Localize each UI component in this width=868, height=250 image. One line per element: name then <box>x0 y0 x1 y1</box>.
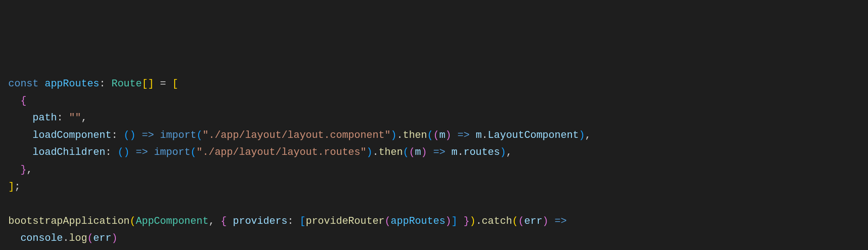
open-paren: ( <box>87 233 93 244</box>
open-paren: ( <box>518 216 524 227</box>
open-paren: ( <box>190 147 196 158</box>
prop-loadComponent: loadComponent <box>33 130 112 141</box>
comma: , <box>27 164 33 176</box>
obj-console: console <box>20 233 63 244</box>
arrow: => <box>433 147 445 158</box>
close-paren: ) <box>445 130 451 141</box>
colon: : <box>105 147 111 158</box>
open-paren: ( <box>433 130 439 141</box>
prop-routes: routes <box>463 147 500 158</box>
dot: . <box>372 147 378 158</box>
open-paren: ( <box>124 130 130 141</box>
method-then: then <box>403 130 427 141</box>
close-paren: ) <box>579 130 585 141</box>
colon: : <box>287 216 293 227</box>
keyword-import: import <box>154 147 190 158</box>
prop-providers: providers <box>233 216 288 227</box>
arg-err: err <box>93 233 112 244</box>
close-paren: ) <box>445 216 451 227</box>
open-brace: { <box>20 95 26 107</box>
method-catch: catch <box>482 216 512 227</box>
dot: . <box>457 147 463 158</box>
func-bootstrapApplication: bootstrapApplication <box>8 216 130 227</box>
keyword-import: import <box>160 130 196 141</box>
code-line-11: ); <box>8 247 860 250</box>
colon: : <box>99 78 105 90</box>
code-line-6: }, <box>8 161 860 178</box>
code-line-2: { <box>8 92 860 109</box>
close-paren: ) <box>391 130 397 141</box>
dot: . <box>397 130 403 141</box>
param-err: err <box>524 216 542 227</box>
variable-appRoutes: appRoutes <box>391 216 445 227</box>
close-paren: ) <box>124 147 130 158</box>
close-brace: } <box>20 164 26 176</box>
dot: . <box>482 130 488 141</box>
code-line-5: loadChildren: () => import("./app/layout… <box>8 144 860 161</box>
obj-m: m <box>476 130 482 141</box>
param-m: m <box>439 130 445 141</box>
code-line-10: console.log(err) <box>8 230 860 247</box>
arrow: => <box>136 147 148 158</box>
type-AppComponent: AppComponent <box>136 216 208 227</box>
code-line-8 <box>8 195 860 212</box>
comma: , <box>506 147 512 158</box>
code-line-9: bootstrapApplication(AppComponent, { pro… <box>8 213 860 230</box>
comma: , <box>81 112 87 124</box>
close-paren: ) <box>500 147 506 158</box>
semicolon: ; <box>14 181 20 193</box>
open-brace: { <box>221 216 227 227</box>
variable-appRoutes: appRoutes <box>45 78 99 90</box>
open-bracket: [ <box>172 78 178 90</box>
colon: : <box>111 130 117 141</box>
string-empty: "" <box>69 112 81 124</box>
close-paren: ) <box>111 233 117 244</box>
close-paren: ) <box>469 216 475 227</box>
close-paren: ) <box>366 147 372 158</box>
code-editor[interactable]: const appRoutes: Route[] = [ { path: "",… <box>8 75 860 250</box>
open-paren: ( <box>130 216 136 227</box>
string-path: "./app/layout/layout.routes" <box>196 147 366 158</box>
colon: : <box>57 112 63 124</box>
close-paren: ) <box>421 147 427 158</box>
close-bracket: ] <box>8 181 14 193</box>
method-then: then <box>378 147 403 158</box>
keyword-const: const <box>8 78 39 90</box>
dot: . <box>63 233 69 244</box>
close-paren: ) <box>542 216 548 227</box>
code-line-7: ]; <box>8 178 860 195</box>
prop-path: path <box>33 112 57 124</box>
string-path: "./app/layout/layout.component" <box>203 130 391 141</box>
open-paren: ( <box>403 147 409 158</box>
close-paren: ) <box>130 130 136 141</box>
code-line-3: path: "", <box>8 109 860 126</box>
obj-m: m <box>451 147 457 158</box>
comma: , <box>209 216 215 227</box>
arrow: => <box>142 130 154 141</box>
open-paren: ( <box>385 216 391 227</box>
type-Route: Route <box>111 78 142 90</box>
close-brace: } <box>463 216 469 227</box>
open-paren: ( <box>409 147 415 158</box>
dot: . <box>476 216 482 227</box>
open-paren: ( <box>512 216 518 227</box>
prop-LayoutComponent: LayoutComponent <box>488 130 579 141</box>
close-bracket: ] <box>451 216 457 227</box>
open-paren: ( <box>118 147 124 158</box>
func-provideRouter: provideRouter <box>306 216 385 227</box>
equals: = <box>160 78 166 90</box>
comma: , <box>585 130 591 141</box>
code-line-1: const appRoutes: Route[] = [ <box>8 75 860 92</box>
open-paren: ( <box>196 130 202 141</box>
prop-loadChildren: loadChildren <box>33 147 105 158</box>
arrow: => <box>554 216 566 227</box>
param-m: m <box>415 147 421 158</box>
code-line-4: loadComponent: () => import("./app/layou… <box>8 127 860 144</box>
arrow: => <box>457 130 469 141</box>
open-bracket: [ <box>300 216 306 227</box>
open-paren: ( <box>427 130 433 141</box>
array-brackets: [] <box>142 78 154 90</box>
method-log: log <box>69 233 87 244</box>
